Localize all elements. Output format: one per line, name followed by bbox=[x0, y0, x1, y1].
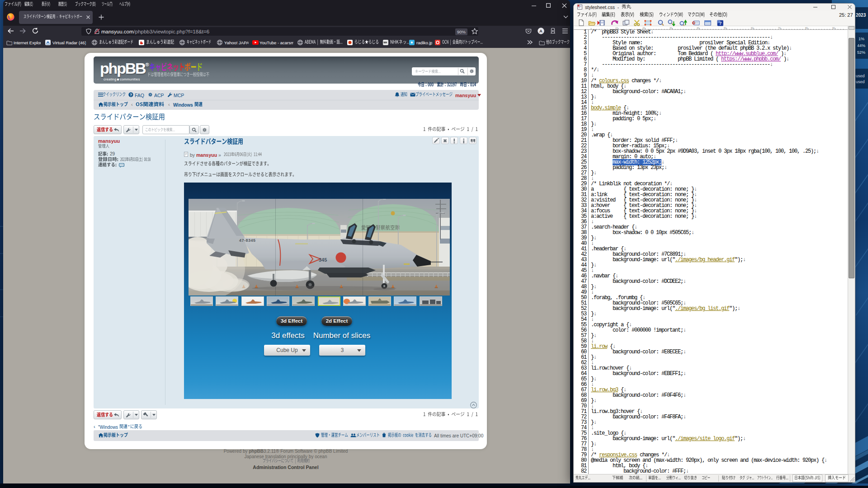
svg-text:60: 60 bbox=[751, 27, 754, 29]
svg-text:?: ? bbox=[719, 20, 722, 26]
svg-text:70: 70 bbox=[778, 27, 781, 29]
svg-text:A: A bbox=[539, 28, 542, 33]
svg-text:40: 40 bbox=[697, 27, 699, 29]
svg-text:?: ? bbox=[130, 93, 132, 97]
svg-text:80: 80 bbox=[805, 27, 808, 29]
svg-text:50: 50 bbox=[724, 27, 726, 29]
svg-text:90: 90 bbox=[832, 27, 835, 29]
svg-text:30: 30 bbox=[670, 27, 672, 29]
